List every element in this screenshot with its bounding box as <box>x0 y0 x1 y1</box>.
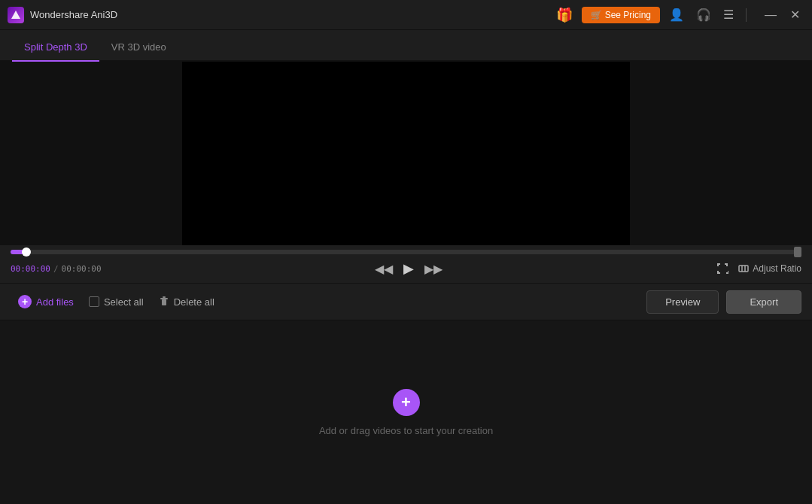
select-all-button[interactable]: Select all <box>81 292 151 312</box>
playback-controls: ◀◀ ▶ ▶▶ <box>373 259 444 278</box>
adjust-ratio-label: Adjust Ratio <box>753 263 801 274</box>
add-video-icon[interactable]: + <box>393 389 420 416</box>
timeline-thumb[interactable] <box>22 247 31 257</box>
time-separator: / <box>53 264 59 274</box>
svg-rect-6 <box>163 296 166 298</box>
select-all-checkbox <box>89 296 99 307</box>
tabs: Split Depth 3D VR 3D video <box>0 30 812 62</box>
video-canvas <box>182 62 630 245</box>
export-button[interactable]: Export <box>726 290 801 314</box>
left-panel <box>0 62 182 245</box>
right-panel <box>630 62 812 245</box>
see-pricing-label: See Pricing <box>605 10 651 20</box>
tab-split-depth-3d[interactable]: Split Depth 3D <box>12 35 99 62</box>
drop-zone[interactable]: + Add or drag videos to start your creat… <box>0 320 812 504</box>
preview-area <box>0 62 812 245</box>
menu-button[interactable]: ☰ <box>720 6 737 23</box>
headset-button[interactable]: 🎧 <box>693 6 714 23</box>
skip-back-button[interactable]: ◀◀ <box>373 260 394 278</box>
main-content: 00:00:00 / 00:00:00 ◀◀ ▶ ▶▶ <box>0 62 812 504</box>
timeline-end-thumb[interactable] <box>794 247 801 257</box>
app-title: Wondershare Ani3D <box>30 9 553 20</box>
close-button[interactable]: ✕ <box>786 6 804 23</box>
separator <box>746 8 747 22</box>
title-bar-right: 🎁 🛒 See Pricing 👤 🎧 ☰ — ✕ <box>553 5 804 25</box>
right-controls: Adjust Ratio <box>716 263 801 275</box>
gift-button[interactable]: 🎁 <box>553 5 576 25</box>
app-logo <box>8 7 24 23</box>
account-button[interactable]: 👤 <box>666 6 687 23</box>
select-all-label: Select all <box>104 296 144 308</box>
delete-all-button[interactable]: Delete all <box>151 292 222 312</box>
title-bar: Wondershare Ani3D 🎁 🛒 See Pricing 👤 🎧 ☰ … <box>0 0 812 30</box>
scrubber-area: 00:00:00 / 00:00:00 ◀◀ ▶ ▶▶ <box>0 245 812 283</box>
add-files-button[interactable]: + Add files <box>11 290 81 313</box>
add-files-label: Add files <box>36 296 74 308</box>
window-controls: — ✕ <box>760 6 804 23</box>
timeline-track[interactable] <box>11 250 801 254</box>
svg-rect-5 <box>160 298 168 299</box>
svg-marker-0 <box>11 11 20 19</box>
play-button[interactable]: ▶ <box>402 259 415 278</box>
add-files-icon: + <box>18 295 32 308</box>
svg-rect-1 <box>739 266 748 272</box>
toolbar: + Add files Select all Delete all Previe… <box>0 283 812 320</box>
delete-all-label: Delete all <box>174 296 214 308</box>
tab-vr-3d-video[interactable]: VR 3D video <box>99 35 178 62</box>
svg-rect-4 <box>162 299 166 305</box>
time-current: 00:00:00 <box>11 264 50 274</box>
controls-row: 00:00:00 / 00:00:00 ◀◀ ▶ ▶▶ <box>11 259 801 278</box>
see-pricing-button[interactable]: 🛒 See Pricing <box>582 7 660 23</box>
time-total: 00:00:00 <box>62 264 102 274</box>
skip-forward-button[interactable]: ▶▶ <box>423 260 444 278</box>
adjust-ratio-button[interactable]: Adjust Ratio <box>737 263 801 275</box>
fullscreen-button[interactable] <box>716 263 728 275</box>
time-display: 00:00:00 / 00:00:00 <box>11 264 102 274</box>
cart-icon: 🛒 <box>591 10 602 20</box>
trash-icon <box>159 296 169 307</box>
minimize-button[interactable]: — <box>760 6 781 23</box>
drop-zone-label: Add or drag videos to start your creatio… <box>319 425 493 436</box>
preview-button[interactable]: Preview <box>646 290 719 314</box>
